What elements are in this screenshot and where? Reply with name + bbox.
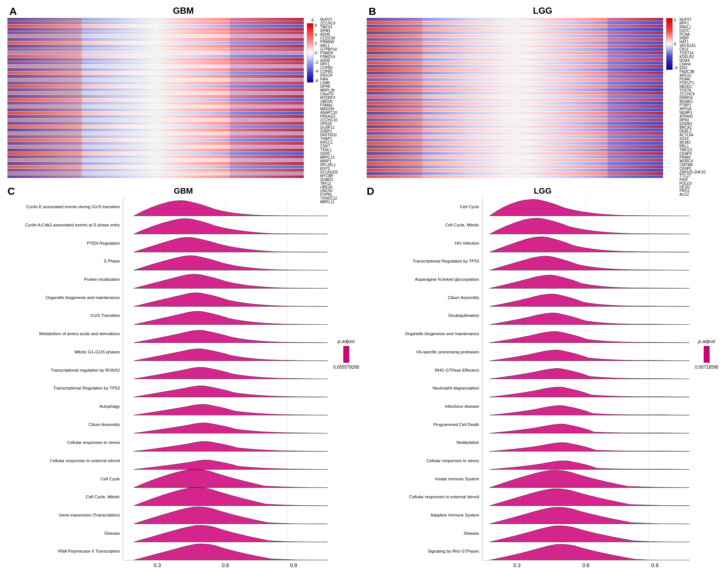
- scale-label-n2: -2: [315, 60, 318, 64]
- pathway-c-8: Metabolism of amino acids and derivative…: [7, 331, 120, 336]
- panel-d-label: D: [367, 185, 374, 197]
- panel-a-title: GBM: [7, 6, 359, 16]
- pathway-c-11: Transcriptional Regulation by TP53: [7, 386, 120, 390]
- panel-c-label: C: [7, 185, 15, 197]
- padjust-value-c: 0.005579266: [333, 365, 359, 370]
- scale-label-2: 2: [315, 41, 318, 46]
- pathway-c-1: Cyclin E associated events during G1/S t…: [7, 204, 120, 209]
- pathway-d-9: Ub-specific processing proteases: [367, 350, 479, 354]
- panel-d-title: LGG: [367, 186, 719, 196]
- x-axis-d: 0.3 0.6 0.9: [483, 560, 690, 568]
- pathway-d-20: Signaling by Rho GTPases: [367, 549, 479, 553]
- panel-c: C GBM Cyclin E associated events during …: [4, 182, 363, 584]
- panel-a: A GBM: [4, 4, 363, 182]
- pathway-d-1: Cell Cycle: [367, 204, 479, 209]
- pathway-d-15: Cellular responses to stress: [367, 458, 479, 463]
- pathway-c-16: Cell Cycle: [7, 477, 120, 481]
- pathway-c-12: Autophagy: [7, 404, 120, 409]
- panel-a-label: A: [9, 6, 17, 18]
- pathway-c-9: Mitotic G1-G1/S phases: [7, 350, 120, 354]
- scale-label-b0: 0: [674, 42, 678, 46]
- pathway-d-7: Deubiquitination: [367, 313, 479, 318]
- pathway-d-16: Innate Immune System: [367, 477, 479, 481]
- pathway-d-14: Neddylation: [367, 440, 479, 445]
- panel-d: D LGG Cell Cycle Cell Cycle, Mitotic HIV…: [363, 182, 722, 584]
- pathway-d-5: Asparagine N-linked glycosylation: [367, 277, 479, 282]
- scale-label-n4: -4: [315, 69, 318, 73]
- heatmap-b: 5 0 -5 NUP37 RPF1 RAVL1 OSTC PCNA IKBIP …: [367, 18, 719, 178]
- panel-b-label: B: [369, 6, 376, 18]
- pathway-c-13: Cilium Assembly: [7, 422, 120, 427]
- pathway-c-4: S Phase: [7, 259, 120, 263]
- pathway-d-10: RHO GTPase Effectors: [367, 368, 479, 372]
- ridge-svg-c: [123, 198, 328, 560]
- heatmap-b-image: [367, 18, 663, 178]
- padjust-legend-d: p.adjust 0.00716595: [695, 339, 719, 560]
- scale-label-n6: -6: [315, 78, 318, 83]
- pathway-c-7: G1/S Transition: [7, 313, 120, 318]
- heatmap-a-image: /* rows generated below */: [7, 18, 304, 178]
- svg-rect-48: [7, 18, 82, 178]
- pathway-d-8: Organelle biogenesis and maintenance: [367, 331, 479, 336]
- heatmap-a: /* rows generated below */: [7, 18, 359, 178]
- pathway-d-6: Cilium Assembly: [367, 295, 479, 300]
- ridge-svg-d: [483, 198, 690, 560]
- pathway-d-19: Disease: [367, 531, 479, 535]
- pathway-c-15: Cellular responses to external stimuli: [7, 458, 120, 463]
- pathway-c-6: Organelle biogenesis and maintenance: [7, 295, 120, 300]
- color-scale-b: 5 0 -5: [666, 18, 678, 178]
- pathway-d-13: Programmed Cell Death: [367, 422, 479, 427]
- pathway-d-12: Infectious disease: [367, 404, 479, 409]
- scale-label-4: 4: [315, 32, 318, 37]
- pathway-d-2: Cell Cycle, Mitotic: [367, 223, 479, 227]
- scale-max-a: 6: [312, 18, 314, 22]
- panel-c-title: GBM: [7, 186, 359, 196]
- padjust-bar-c: [343, 346, 349, 363]
- pathway-d-4: Transcriptional Regulation by TP53: [367, 259, 479, 263]
- pathway-c-17: Cell Cycle, Mitotic: [7, 495, 120, 499]
- x-axis-c: 0.3 0.6 0.9: [123, 560, 328, 568]
- pathway-d-18: Adaptive Immune System: [367, 513, 479, 517]
- pathway-c-14: Cellular responses to stress: [7, 440, 120, 445]
- panel-b-title: LGG: [367, 6, 719, 16]
- scale-label-bn5: -5: [674, 66, 678, 70]
- color-scale-a: 6 6 4 2 0 -2 -4 -6: [307, 18, 318, 178]
- gene-labels-a: NUP37 ZCCHC9 TMC01 DPM1 ADH5 CCDC59 PRMI…: [318, 18, 359, 178]
- svg-rect-49: [230, 18, 304, 178]
- scale-label-b5: 5: [674, 18, 678, 22]
- gene-labels-b: NUP37 RPF1 RAVL1 OSTC PCNA IKBIP HAT1 SE…: [678, 18, 719, 178]
- scale-label-0: 0: [315, 51, 318, 55]
- pathway-c-20: RNA Polymerase II Transcription: [7, 549, 120, 553]
- svg-rect-99: [608, 18, 663, 178]
- panel-b: B LGG: [363, 4, 722, 182]
- pathway-c-10: Transcriptional regulation by RUNX2: [7, 368, 120, 372]
- pathway-d-3: HIV Infection: [367, 241, 479, 245]
- svg-rect-98: [367, 18, 422, 178]
- pathway-c-19: Disease: [7, 531, 120, 535]
- padjust-legend-c: p.adjust 0.005579266: [333, 339, 359, 560]
- padjust-value-d: 0.00716595: [695, 365, 719, 370]
- pathway-c-5: Protein localization: [7, 277, 120, 282]
- pathway-c-18: Gene expression (Transcription): [7, 513, 120, 517]
- pathway-c-2: Cyclin A:Cdk2-associated events at S pha…: [7, 223, 120, 227]
- pathway-c-3: PTEN Regulation: [7, 241, 120, 245]
- pathway-d-11: Neutrophil degranulation: [367, 386, 479, 390]
- padjust-bar-d: [704, 346, 710, 363]
- pathway-d-17: Cellular responses to external stimuli: [367, 495, 479, 499]
- scale-label-6: 6: [315, 23, 318, 28]
